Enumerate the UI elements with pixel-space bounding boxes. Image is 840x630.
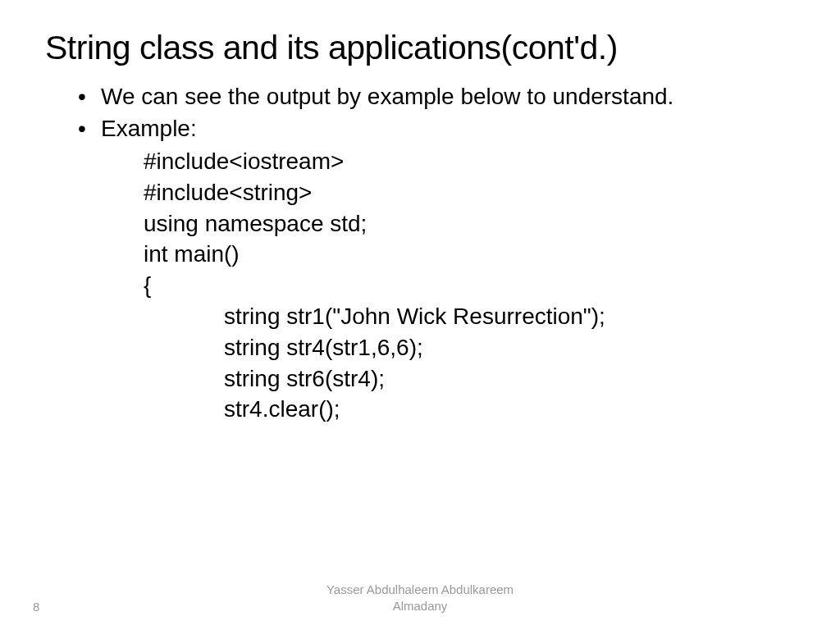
code-line: { [144, 270, 795, 301]
code-line: string str1("John Wick Resurrection"); [144, 301, 795, 332]
code-line: using namespace std; [144, 208, 795, 240]
bullet-item: Example: [78, 114, 795, 143]
code-line: #include<string> [144, 177, 795, 208]
slide-title: String class and its applications(cont'd… [45, 29, 795, 67]
author-line: Yasser Abdulhaleem Abdulkareem [326, 582, 514, 596]
page-number: 8 [33, 600, 39, 614]
author-line: Almadany [393, 599, 448, 613]
code-line: string str4(str1,6,6); [144, 332, 795, 363]
code-block: #include<iostream> #include<string> usin… [78, 146, 795, 425]
code-line: string str6(str4); [144, 363, 795, 395]
code-line: int main() [144, 239, 795, 270]
bullet-item: We can see the output by example below t… [78, 82, 795, 111]
code-line: str4.clear(); [144, 394, 795, 425]
author-name: Yasser Abdulhaleem Abdulkareem Almadany [326, 582, 514, 614]
slide-content: We can see the output by example below t… [45, 82, 795, 425]
code-line: #include<iostream> [144, 146, 795, 177]
slide-footer: 8 Yasser Abdulhaleem Abdulkareem Almadan… [0, 600, 840, 614]
